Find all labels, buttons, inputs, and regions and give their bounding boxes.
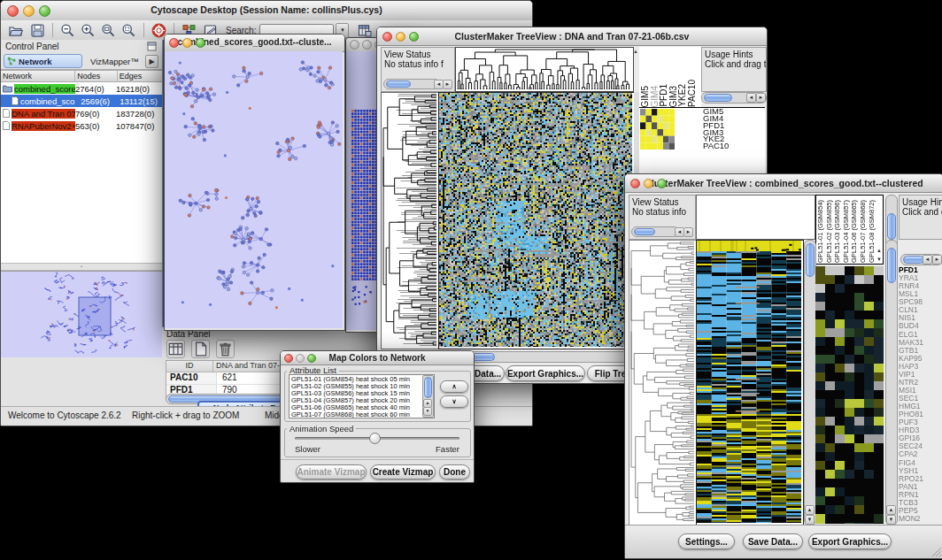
zoom-window-icon[interactable]	[196, 38, 205, 48]
settings-button[interactable]: Settings...	[678, 533, 735, 549]
scroll-right-icon[interactable]: ►	[756, 93, 766, 103]
minimize-icon[interactable]	[23, 5, 35, 17]
close-icon[interactable]	[284, 354, 293, 363]
scroll-up-icon[interactable]: ▲	[633, 49, 638, 54]
column-label[interactable]: YKE2	[678, 84, 688, 107]
delete-attribute-trash-icon[interactable]	[216, 340, 235, 358]
treeview-combined-titlebar[interactable]: ClusterMaker TreeView : combined_scores_…	[625, 174, 942, 193]
scroll-right-icon[interactable]: ►	[683, 227, 693, 237]
network-row[interactable]: RNAPuberNov2+563(0)107847(0)	[1, 119, 162, 132]
speed-slider-thumb[interactable]	[369, 433, 381, 444]
export-graphics-button[interactable]: Export Graphics...	[808, 533, 892, 549]
gene-list-scrollbar[interactable]: ▲ ▼	[885, 240, 898, 525]
tab-network[interactable]: Network	[4, 54, 82, 68]
row-dendrogram[interactable]	[381, 92, 439, 349]
zoom-window-icon[interactable]	[39, 5, 50, 17]
scroll-up-icon[interactable]: ▲	[886, 505, 896, 515]
usage-hints-scrollbar[interactable]: ◄ ►	[701, 92, 767, 104]
scroll-up-icon[interactable]: ▲	[876, 248, 882, 253]
row-label[interactable]: PAC10	[703, 142, 763, 150]
table-col-id[interactable]: ID	[166, 361, 213, 372]
minimize-icon[interactable]	[182, 38, 192, 48]
col-network[interactable]: Network	[1, 71, 75, 81]
scroll-down-icon[interactable]: ▼	[886, 515, 896, 525]
network-row[interactable]: combined_sco2569(6)13112(15)	[1, 95, 162, 107]
float-panel-icon[interactable]	[147, 42, 157, 51]
close-icon[interactable]	[169, 38, 179, 48]
minimize-icon[interactable]	[644, 179, 653, 188]
toolbar-separator	[52, 23, 53, 37]
zoom-fit-icon[interactable]	[121, 23, 136, 38]
dialog-titlebar[interactable]: Map Colors to Network	[281, 351, 474, 365]
correlation-matrix[interactable]	[640, 109, 675, 150]
view-status-text: No status info	[629, 207, 695, 217]
column-dendrogram[interactable]	[696, 195, 815, 240]
minimize-icon[interactable]	[396, 32, 405, 42]
network-view-canvas[interactable]	[165, 51, 343, 328]
select-attributes-icon[interactable]	[166, 340, 185, 358]
zoom-window-icon[interactable]	[307, 354, 316, 363]
scroll-down-icon[interactable]: ▼	[423, 407, 432, 416]
column-label[interactable]: PAC10	[688, 80, 698, 107]
scroll-left-icon[interactable]: ◄	[923, 255, 932, 265]
scroll-right-icon[interactable]: ►	[443, 80, 452, 89]
move-up-button[interactable]: ∧	[440, 380, 468, 393]
minimize-icon[interactable]	[362, 40, 372, 50]
close-icon[interactable]	[7, 5, 19, 17]
attribute-list[interactable]: GPL51-01 (GSM854) heat shock 05 minGPL51…	[289, 374, 435, 418]
search-options-icon[interactable]	[357, 23, 372, 38]
scroll-up-icon[interactable]: ▲	[805, 505, 815, 515]
create-vizmap-button[interactable]: Create Vizmap	[370, 464, 436, 479]
zoom-window-icon[interactable]	[657, 179, 667, 188]
zoom-out-icon[interactable]	[60, 23, 75, 38]
panel-splitter[interactable]: •	[1, 263, 162, 271]
save-icon[interactable]	[30, 23, 45, 38]
scroll-left-icon[interactable]: ◄	[746, 93, 756, 103]
close-icon[interactable]	[382, 32, 392, 42]
usage-hints-text: Click and dra	[900, 207, 942, 217]
usage-hints-scrollbar[interactable]: ◄ ►	[900, 254, 942, 265]
tab-overflow-button[interactable]: ▶	[145, 55, 158, 68]
tab-vizmapper[interactable]: VizMapper™	[90, 57, 139, 66]
attribute-list-item[interactable]: GPL51-07 (GSM868) heat shock 60 min	[291, 411, 422, 418]
column-label[interactable]: PFD1	[660, 84, 669, 107]
birdseye-view[interactable]	[1, 271, 162, 357]
open-file-icon[interactable]	[8, 23, 23, 38]
export-graphics-button[interactable]: Export Graphics...	[506, 365, 585, 381]
col-nodes[interactable]: Nodes	[75, 71, 117, 81]
resize-grip[interactable]	[930, 546, 941, 556]
attribute-list-scrollbar[interactable]: ▲ ▼	[422, 375, 434, 418]
minimize-icon[interactable]	[296, 354, 305, 363]
close-icon[interactable]	[350, 40, 359, 50]
zoom-heatmap[interactable]	[815, 266, 884, 524]
treeview-dna-titlebar[interactable]: ClusterMaker TreeView : DNA and Tran 07-…	[377, 27, 767, 46]
row-dendrogram[interactable]	[629, 240, 697, 525]
main-window-title: Cytoscape Desktop (Session Name: collins…	[1, 4, 532, 15]
close-icon[interactable]	[630, 179, 640, 188]
column-label[interactable]: GPL51-08 (GSM872)	[869, 200, 877, 263]
col-edges[interactable]: Edges	[118, 71, 162, 81]
scroll-down-icon[interactable]: ▼	[805, 515, 815, 525]
zoom-window-icon[interactable]	[409, 32, 419, 42]
column-label[interactable]: GIM5	[641, 86, 651, 107]
network-row[interactable]: combined_scores2764(0)16218(0)	[1, 82, 162, 95]
combined-heatmap[interactable]	[696, 240, 804, 525]
animate-vizmap-button[interactable]: Animate Vizmap	[296, 464, 367, 479]
gene-list-item[interactable]: MON2	[899, 515, 941, 523]
combined-vscrollbar[interactable]: ▲ ▼	[804, 240, 816, 525]
column-dendrogram[interactable]	[455, 47, 634, 92]
network-view-titlebar[interactable]: combined_scores_good.txt--cluste...	[165, 35, 344, 52]
zoom-in-icon[interactable]	[81, 23, 96, 38]
new-attribute-icon[interactable]	[191, 340, 210, 358]
main-titlebar[interactable]: Cytoscape Desktop (Session Name: collins…	[1, 1, 532, 21]
move-down-button[interactable]: ∨	[440, 395, 468, 408]
dna-heatmap[interactable]	[438, 92, 635, 349]
scroll-right-icon[interactable]: ►	[932, 255, 942, 265]
save-data-button[interactable]: Save Data...	[743, 533, 803, 549]
network-row[interactable]: DNA and Tran 07769(0)183728(0)	[1, 107, 162, 119]
zoom-selected-icon[interactable]	[101, 23, 116, 38]
view-status-scrollbar[interactable]	[631, 226, 679, 237]
view-status-scrollbar[interactable]	[383, 79, 440, 89]
done-button[interactable]: Done	[439, 464, 470, 479]
scroll-down-icon[interactable]: ▼	[876, 257, 882, 262]
